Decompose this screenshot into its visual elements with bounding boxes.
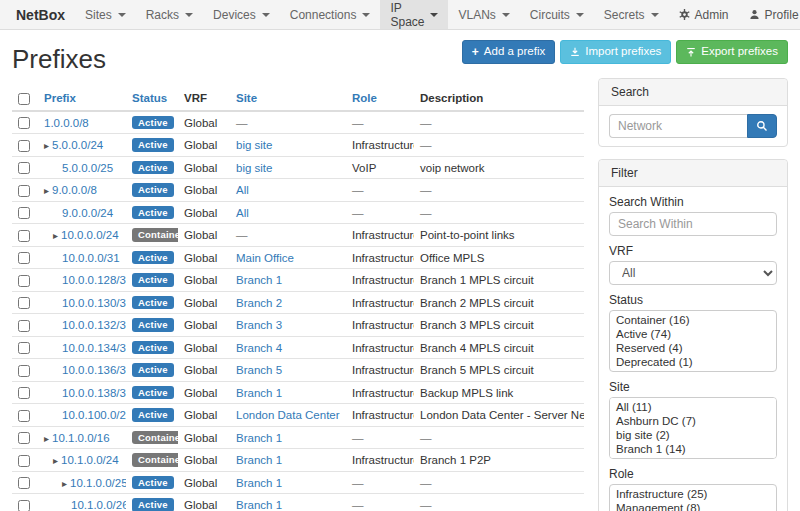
import-prefixes-button[interactable]: Import prefixes bbox=[560, 40, 671, 64]
row-checkbox[interactable] bbox=[18, 500, 30, 511]
export-prefixes-button[interactable]: Export prefixes bbox=[676, 40, 788, 64]
table-row: ▸10.1.0.0/24ContainerGlobalBranch 1Infra… bbox=[12, 449, 584, 472]
table-row: 10.0.0.138/31ActiveGlobalBranch 1Infrast… bbox=[12, 381, 584, 404]
status-badge: Active bbox=[132, 138, 174, 152]
prefix-link[interactable]: 10.0.0.136/31 bbox=[62, 364, 126, 376]
prefix-link[interactable]: 10.1.0.0/25 bbox=[70, 477, 126, 489]
description-value: Branch 1 MPLS circuit bbox=[420, 274, 534, 286]
role-value: Infrastructure bbox=[352, 364, 414, 376]
vrf-select[interactable]: All bbox=[609, 261, 777, 285]
expand-caret-icon[interactable]: ▸ bbox=[44, 185, 49, 196]
row-checkbox[interactable] bbox=[18, 230, 30, 242]
prefix-link[interactable]: 9.0.0.0/8 bbox=[52, 184, 97, 196]
nav-item-circuits[interactable]: Circuits bbox=[520, 0, 594, 29]
prefix-link[interactable]: 10.1.0.0/16 bbox=[52, 432, 110, 444]
status-label: Status bbox=[609, 293, 777, 307]
expand-caret-icon[interactable]: ▸ bbox=[44, 140, 49, 151]
nav-item-racks[interactable]: Racks bbox=[136, 0, 203, 29]
search-within-input[interactable] bbox=[609, 212, 777, 236]
nav-item-secrets[interactable]: Secrets bbox=[594, 0, 669, 29]
tree-indent bbox=[44, 393, 62, 394]
site-link[interactable]: Branch 3 bbox=[236, 319, 282, 331]
site-link[interactable]: All bbox=[236, 184, 249, 196]
site-multiselect[interactable]: All (11)Ashburn DC (7)big site (2)Branch… bbox=[609, 397, 777, 459]
tree-indent bbox=[44, 168, 62, 169]
profile-link[interactable]: Profile bbox=[739, 0, 800, 29]
site-link[interactable]: Branch 1 bbox=[236, 499, 282, 511]
row-checkbox[interactable] bbox=[18, 432, 30, 444]
expand-caret-icon[interactable]: ▸ bbox=[53, 230, 58, 241]
row-checkbox[interactable] bbox=[18, 117, 30, 129]
column-header-status[interactable]: Status bbox=[132, 92, 167, 104]
site-link[interactable]: Branch 1 bbox=[236, 274, 282, 286]
column-header-site[interactable]: Site bbox=[236, 92, 257, 104]
row-checkbox[interactable] bbox=[18, 455, 30, 467]
expand-caret-icon[interactable]: ▸ bbox=[44, 433, 49, 444]
row-checkbox[interactable] bbox=[18, 387, 30, 399]
nav-item-vlans[interactable]: VLANs bbox=[448, 0, 519, 29]
select-all-checkbox[interactable] bbox=[18, 93, 30, 105]
row-checkbox[interactable] bbox=[18, 140, 30, 152]
row-checkbox[interactable] bbox=[18, 477, 30, 489]
site-link[interactable]: All bbox=[236, 207, 249, 219]
row-checkbox[interactable] bbox=[18, 162, 30, 174]
site-link[interactable]: London Data Center bbox=[236, 409, 340, 421]
role-value: Infrastructure bbox=[352, 409, 414, 421]
row-checkbox[interactable] bbox=[18, 410, 30, 422]
column-header-role[interactable]: Role bbox=[352, 92, 377, 104]
prefix-link[interactable]: 10.1.0.0/24 bbox=[61, 454, 119, 466]
nav-item-sites[interactable]: Sites bbox=[75, 0, 136, 29]
prefix-link[interactable]: 5.0.0.0/25 bbox=[62, 162, 113, 174]
row-checkbox[interactable] bbox=[18, 342, 30, 354]
row-checkbox[interactable] bbox=[18, 185, 30, 197]
row-checkbox[interactable] bbox=[18, 297, 30, 309]
row-checkbox[interactable] bbox=[18, 320, 30, 332]
row-checkbox[interactable] bbox=[18, 252, 30, 264]
search-input[interactable] bbox=[609, 114, 747, 138]
prefix-link[interactable]: 10.0.0.134/31 bbox=[62, 342, 126, 354]
site-link[interactable]: big site bbox=[236, 139, 272, 151]
site-link[interactable]: big site bbox=[236, 162, 272, 174]
site-link[interactable]: Branch 1 bbox=[236, 432, 282, 444]
site-link[interactable]: Branch 1 bbox=[236, 454, 282, 466]
prefix-link[interactable]: 1.0.0.0/8 bbox=[44, 117, 89, 129]
site-link[interactable]: Branch 2 bbox=[236, 297, 282, 309]
status-badge: Active bbox=[132, 296, 174, 310]
admin-link[interactable]: Admin bbox=[669, 0, 739, 29]
prefix-link[interactable]: 10.1.0.0/26 bbox=[71, 499, 126, 511]
site-link[interactable]: Branch 1 bbox=[236, 477, 282, 489]
row-checkbox[interactable] bbox=[18, 365, 30, 377]
prefix-link[interactable]: 10.0.0.138/31 bbox=[62, 387, 126, 399]
search-button[interactable] bbox=[747, 114, 777, 138]
prefix-link[interactable]: 10.0.0.128/31 bbox=[62, 274, 126, 286]
site-link[interactable]: Branch 4 bbox=[236, 342, 282, 354]
app-logo[interactable]: NetBox bbox=[6, 0, 75, 29]
row-checkbox[interactable] bbox=[18, 275, 30, 287]
prefix-link[interactable]: 10.0.0.130/31 bbox=[62, 297, 126, 309]
nav-item-devices[interactable]: Devices bbox=[203, 0, 280, 29]
expand-caret-icon[interactable]: ▸ bbox=[62, 478, 67, 489]
prefix-link[interactable]: 10.0.100.0/24 bbox=[62, 409, 126, 421]
column-header-prefix[interactable]: Prefix bbox=[44, 92, 76, 104]
add-prefix-button[interactable]: + Add a prefix bbox=[462, 40, 555, 64]
site-link[interactable]: Branch 5 bbox=[236, 364, 282, 376]
chevron-down-icon bbox=[118, 13, 126, 17]
role-multiselect[interactable]: Infrastructure (25)Management (8)Private… bbox=[609, 484, 777, 511]
role-value: Infrastructure bbox=[352, 229, 414, 241]
prefix-link[interactable]: 10.0.0.132/31 bbox=[62, 319, 126, 331]
prefix-link[interactable]: 5.0.0.0/24 bbox=[52, 139, 103, 151]
import-icon bbox=[570, 47, 580, 57]
description-value: Branch 2 MPLS circuit bbox=[420, 297, 534, 309]
nav-item-ip-space[interactable]: IP Space bbox=[380, 0, 448, 29]
site-link[interactable]: Branch 1 bbox=[236, 387, 282, 399]
description-value: Branch 5 MPLS circuit bbox=[420, 364, 534, 376]
nav-item-connections[interactable]: Connections bbox=[280, 0, 381, 29]
status-multiselect[interactable]: Container (16)Active (74)Reserved (4)Dep… bbox=[609, 310, 777, 372]
vrf-value: Global bbox=[178, 314, 230, 337]
site-link[interactable]: Main Office bbox=[236, 252, 294, 264]
row-checkbox[interactable] bbox=[18, 207, 30, 219]
prefix-link[interactable]: 10.0.0.0/24 bbox=[61, 229, 119, 241]
prefix-link[interactable]: 10.0.0.0/31 bbox=[62, 252, 120, 264]
expand-caret-icon[interactable]: ▸ bbox=[53, 455, 58, 466]
prefix-link[interactable]: 9.0.0.0/24 bbox=[62, 207, 113, 219]
